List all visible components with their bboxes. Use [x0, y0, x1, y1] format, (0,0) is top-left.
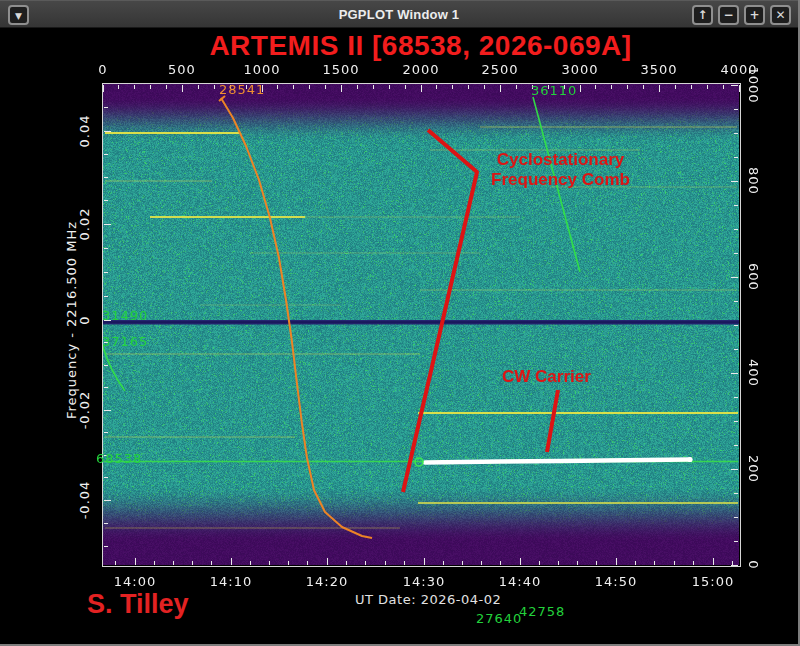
axis-tick [516, 85, 517, 89]
axis-tick [635, 561, 636, 565]
label-sat-68538: 68538 [96, 451, 142, 466]
axis-tick-label: 14:50 [586, 574, 646, 590]
axis-tick [104, 131, 111, 132]
axis-tick [104, 154, 108, 155]
axis-tick-label: 1000 [745, 55, 761, 115]
spectrogram-canvas [103, 84, 739, 565]
axis-tick [481, 561, 482, 565]
axis-tick [539, 561, 540, 565]
axis-tick [134, 85, 135, 89]
axis-tick [192, 561, 193, 565]
axis-tick [173, 561, 174, 565]
close-button[interactable]: ✕ [770, 5, 791, 25]
pgplot-window: ▼ PGPLOT Window 1 ↑−+✕ ARTEMIS II [68538… [0, 0, 800, 646]
label-sat-28541: 28541 [219, 82, 265, 97]
axis-tick [731, 469, 738, 470]
axis-tick [616, 558, 617, 565]
axis-tick [734, 133, 738, 134]
axis-tick [104, 500, 111, 501]
axis-tick [104, 224, 111, 225]
axis-tick-label: 14:20 [297, 574, 357, 590]
axis-tick [462, 561, 463, 565]
axis-tick [500, 561, 501, 565]
axis-tick [198, 85, 199, 89]
axis-tick [731, 85, 738, 86]
axis-tick-label: 0 [73, 62, 133, 78]
axis-tick-label: 14:30 [394, 574, 454, 590]
axis-tick [577, 561, 578, 565]
axis-tick [713, 558, 714, 565]
axis-tick [104, 432, 108, 433]
axis-tick [373, 85, 374, 89]
raise-button[interactable]: ↑ [692, 5, 713, 25]
ut-date-label: UT Date: 2026-04-02 [355, 592, 501, 607]
axis-tick [293, 85, 294, 89]
axis-tick [596, 561, 597, 565]
chart-title: ARTEMIS II [68538, 2026-069A] [102, 30, 739, 62]
axis-tick [104, 477, 108, 478]
axis-tick [580, 85, 581, 92]
annotation-cyclostationary-comb: Cyclostationary Frequency Comb [478, 150, 643, 190]
minimize-button[interactable]: − [718, 5, 739, 25]
axis-tick [231, 558, 232, 565]
axis-tick [104, 365, 108, 366]
axis-tick [520, 558, 521, 565]
window-titlebar: ▼ PGPLOT Window 1 ↑−+✕ [0, 0, 798, 28]
axis-tick-label: -0.02 [77, 380, 93, 440]
label-sat-37165: 37165 [102, 334, 148, 349]
axis-tick [443, 561, 444, 565]
axis-tick [341, 85, 342, 92]
axis-tick [389, 85, 390, 89]
axis-tick [734, 109, 738, 110]
axis-tick [691, 85, 692, 89]
axis-tick [404, 561, 405, 565]
axis-tick [734, 397, 738, 398]
axis-tick-label: 0.04 [77, 101, 93, 161]
axis-tick [104, 177, 108, 178]
maximize-button[interactable]: + [744, 5, 765, 25]
axis-tick [731, 277, 738, 278]
signature-text: S. Tilley [87, 589, 189, 620]
axis-tick [118, 85, 119, 89]
axis-tick [734, 253, 738, 254]
axis-tick [154, 561, 155, 565]
axis-tick [104, 296, 108, 297]
axis-tick-label: 14:10 [201, 574, 261, 590]
axis-tick [734, 301, 738, 302]
axis-tick [104, 387, 108, 388]
axis-tick [595, 85, 596, 89]
axis-tick [436, 85, 437, 89]
axis-tick [135, 558, 136, 565]
axis-tick [627, 85, 628, 89]
axis-tick [104, 248, 108, 249]
axis-tick-label: 3500 [629, 62, 689, 78]
axis-tick-label: 3000 [550, 62, 610, 78]
axis-tick [385, 561, 386, 565]
axis-tick [468, 85, 469, 89]
axis-tick-label: 14:40 [490, 574, 550, 590]
axis-tick-label: 0 [77, 290, 93, 350]
annotation-comb-line2: Frequency Comb [478, 170, 643, 190]
axis-tick-label: 600 [745, 247, 761, 307]
axis-tick-label: 800 [745, 151, 761, 211]
axis-tick [643, 85, 644, 89]
axis-tick [693, 561, 694, 565]
axis-tick [675, 85, 676, 89]
axis-tick [734, 205, 738, 206]
axis-tick-label: 1500 [311, 62, 371, 78]
axis-tick [739, 85, 740, 92]
axis-tick [558, 561, 559, 565]
axis-tick [611, 85, 612, 89]
window-title: PGPLOT Window 1 [0, 7, 798, 22]
axis-tick [250, 561, 251, 565]
axis-tick [104, 200, 108, 201]
axis-tick [734, 445, 738, 446]
axis-tick [115, 561, 116, 565]
axis-tick [731, 373, 738, 374]
window-controls: ↑−+✕ [692, 5, 791, 25]
axis-tick-label: 400 [745, 343, 761, 403]
axis-tick [500, 85, 501, 92]
axis-tick [654, 561, 655, 565]
annotation-comb-line1: Cyclostationary [478, 150, 643, 170]
axis-tick-label: 1000 [232, 62, 292, 78]
